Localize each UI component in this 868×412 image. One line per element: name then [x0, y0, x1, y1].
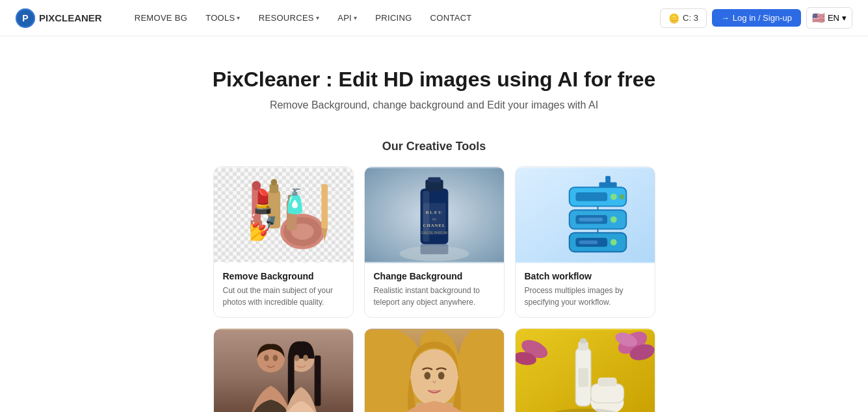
svg-point-66: [438, 372, 444, 380]
svg-rect-11: [267, 190, 280, 228]
logo-text: PIXCLEANER: [39, 12, 102, 23]
svg-point-15: [283, 217, 321, 246]
login-label: Log in / Sign-up: [733, 13, 792, 23]
navbar-right: 🪙 C: 3 → Log in / Sign-up 🇺🇸 EN ▾: [660, 7, 852, 29]
svg-rect-8: [252, 187, 261, 222]
resources-chevron-icon: ▾: [316, 14, 319, 21]
svg-point-56: [263, 355, 269, 361]
svg-rect-36: [599, 182, 616, 187]
tool-card-interactive[interactable]: Interactive Touch Remove background of y…: [515, 328, 655, 412]
section-title: Our Creative Tools: [213, 140, 655, 153]
navbar: P PIXCLEANER REMOVE BG TOOLS ▾ RESOURCES…: [0, 0, 868, 36]
svg-rect-76: [580, 339, 586, 344]
nav-resources[interactable]: RESOURCES ▾: [252, 9, 326, 27]
tool-card-enhancer[interactable]: Image Enhancer Enhance your images and b…: [364, 328, 505, 412]
svg-point-51: [610, 239, 616, 246]
tool-card-batch[interactable]: Batch workflow Process multiples images …: [515, 166, 655, 318]
tool-card-generation[interactable]: Image Generation Generate high-resolutio…: [213, 328, 354, 412]
logo[interactable]: P PIXCLEANER: [16, 8, 102, 28]
hero-subtitle: Remove Background, change background and…: [13, 99, 855, 111]
svg-rect-79: [590, 384, 624, 403]
batch-illustration: [516, 167, 655, 263]
interactive-illustration: [516, 329, 655, 412]
svg-rect-7: [214, 168, 353, 262]
svg-point-21: [252, 211, 267, 226]
svg-rect-81: [598, 378, 616, 387]
card-image-generation: [214, 329, 353, 412]
svg-point-40: [610, 194, 616, 200]
tool-name-remove-bg: Remove Background: [223, 271, 344, 281]
login-icon: →: [721, 13, 730, 23]
nav-contact[interactable]: CONTACT: [424, 9, 479, 27]
credits-icon: 🪙: [668, 13, 679, 23]
tool-body-change-bg: Change Background Realistic instant back…: [365, 263, 504, 317]
credits-button[interactable]: 🪙 C: 3: [660, 8, 707, 28]
svg-point-61: [294, 355, 299, 361]
tool-body-batch: Batch workflow Process multiples images …: [516, 263, 655, 317]
remove-bg-illustration: [214, 167, 353, 263]
svg-rect-39: [575, 192, 607, 201]
tool-body-remove-bg: Remove Background Cut out the main subje…: [214, 263, 353, 317]
nav-pricing[interactable]: PRICING: [369, 9, 418, 27]
svg-rect-12: [269, 184, 278, 193]
svg-text:DE: DE: [432, 218, 436, 221]
generation-illustration: [214, 329, 353, 412]
api-chevron-icon: ▾: [354, 14, 357, 21]
hero-title: PixCleaner : Edit HD images using AI for…: [13, 68, 855, 92]
svg-rect-27: [428, 177, 440, 183]
svg-point-62: [303, 355, 308, 361]
tool-desc-change-bg: Realistic instant background to teleport…: [374, 285, 495, 308]
svg-point-46: [610, 216, 616, 223]
lang-label: EN: [828, 13, 839, 23]
credits-label: C: 3: [683, 13, 698, 23]
svg-point-64: [410, 349, 458, 406]
card-image-remove-bg: [214, 167, 353, 263]
logo-icon: P: [16, 8, 35, 28]
svg-text:EAU DE PARFUM: EAU DE PARFUM: [421, 231, 447, 235]
tool-name-change-bg: Change Background: [374, 271, 495, 281]
card-image-interactive: [516, 329, 655, 412]
tool-desc-remove-bg: Cut out the main subject of your photos …: [223, 285, 344, 308]
svg-text:CHANEL: CHANEL: [423, 223, 445, 227]
svg-text:P: P: [22, 13, 28, 23]
svg-rect-19: [321, 184, 328, 228]
svg-point-65: [424, 372, 430, 380]
svg-rect-33: [420, 244, 448, 255]
svg-point-16: [291, 224, 313, 240]
svg-point-57: [272, 355, 278, 361]
tool-card-change-bg[interactable]: BLEU DE CHANEL EAU DE PARFUM Change Back…: [364, 166, 505, 318]
nav-api[interactable]: API ▾: [331, 9, 363, 27]
svg-rect-77: [578, 368, 588, 387]
tool-desc-batch: Process multiples images by specifying y…: [525, 285, 646, 308]
change-bg-illustration: BLEU DE CHANEL EAU DE PARFUM: [365, 167, 504, 263]
nav-tools[interactable]: TOOLS ▾: [199, 9, 247, 27]
hero-section: PixCleaner : Edit HD images using AI for…: [0, 36, 868, 127]
tool-name-batch: Batch workflow: [525, 271, 646, 281]
lang-chevron-icon: ▾: [842, 13, 847, 23]
nav-remove-bg[interactable]: REMOVE BG: [128, 9, 194, 27]
tools-chevron-icon: ▾: [237, 14, 240, 21]
flag-icon: 🇺🇸: [812, 12, 825, 24]
svg-point-13: [270, 179, 277, 186]
enhancer-illustration: [365, 329, 504, 412]
svg-point-41: [619, 194, 624, 200]
svg-rect-45: [579, 218, 603, 222]
svg-text:BLEU: BLEU: [425, 210, 442, 214]
tools-section: Our Creative Tools: [200, 127, 668, 412]
card-image-enhancer: [365, 329, 504, 412]
svg-rect-50: [579, 240, 598, 244]
logo-svg: P: [16, 8, 35, 28]
card-image-change-bg: BLEU DE CHANEL EAU DE PARFUM: [365, 167, 504, 263]
svg-rect-10: [250, 220, 262, 233]
language-button[interactable]: 🇺🇸 EN ▾: [806, 7, 852, 29]
svg-rect-18: [287, 195, 295, 203]
login-button[interactable]: → Log in / Sign-up: [712, 9, 801, 27]
svg-rect-9: [252, 181, 261, 190]
svg-rect-17: [286, 200, 296, 231]
card-image-batch: [516, 167, 655, 263]
tools-grid: Remove Background Cut out the main subje…: [213, 166, 655, 412]
navbar-nav: REMOVE BG TOOLS ▾ RESOURCES ▾ API ▾ PRIC…: [128, 9, 660, 27]
tool-card-remove-bg[interactable]: Remove Background Cut out the main subje…: [213, 166, 354, 318]
svg-rect-60: [314, 355, 321, 406]
